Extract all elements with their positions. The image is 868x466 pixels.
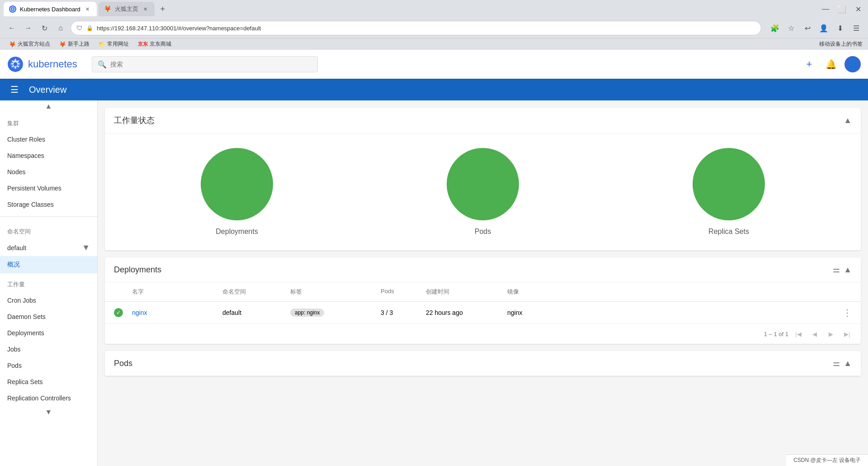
pagination-info: 1 – 1 of 1 (764, 331, 788, 338)
pods-circle-item: Pods (447, 148, 519, 236)
minimize-button[interactable]: — (819, 3, 832, 15)
csdn-bar-text: CSDN @皮卡—左 设备电子 (793, 456, 861, 464)
bookmark-common[interactable]: 📁 常用网址 (95, 39, 132, 49)
row-status-icon: ✓ (114, 308, 132, 317)
row-pods: 3 / 3 (381, 309, 426, 316)
bookmark-jd-icon: 京东 (138, 41, 148, 48)
deployments-collapse-button[interactable]: ▲ (844, 265, 852, 275)
row-image: nginx (507, 309, 598, 316)
nodes-label: Nodes (7, 168, 25, 176)
k8s-logo: kubernetes (7, 56, 77, 72)
replica-sets-circle (693, 148, 765, 220)
workload-section-header: 工作量 (0, 273, 97, 292)
bookmark-newuser[interactable]: 🦊 新手上路 (56, 39, 93, 49)
deployment-name-link[interactable]: nginx (132, 309, 147, 316)
sync-button[interactable]: ↩ (801, 22, 814, 34)
pods-collapse-button[interactable]: ▲ (844, 359, 852, 368)
sidebar-item-deployments[interactable]: Deployments (0, 325, 97, 341)
namespace-chevron-icon: ▼ (82, 243, 90, 252)
pods-card: Pods ⚌ ▲ (105, 351, 861, 376)
sidebar-item-jobs[interactable]: Jobs (0, 341, 97, 357)
user-avatar[interactable]: 👤 (844, 56, 861, 72)
app-header: kubernetes 🔍 + 🔔 👤 (0, 50, 868, 79)
bookmark-common-label: 常用网址 (107, 40, 129, 48)
cluster-section-header: 集群 (0, 112, 97, 131)
pagination-first-button[interactable]: |◀ (792, 328, 805, 340)
sidebar-item-namespaces[interactable]: Namespaces (0, 147, 97, 164)
namespace-selector[interactable]: default ▼ (0, 239, 97, 256)
forward-button[interactable]: → (22, 22, 34, 34)
bookmark-jd[interactable]: 京东 京东商城 (134, 39, 175, 49)
pagination-last-button[interactable]: ▶| (841, 328, 854, 340)
content-area: ▲ 集群 Cluster Roles Namespaces Nodes Pers… (0, 100, 868, 466)
row-namespace: default (222, 309, 290, 316)
download-button[interactable]: ⬇ (834, 22, 846, 34)
deployments-filter-button[interactable]: ⚌ (833, 265, 840, 275)
back-button[interactable]: ← (5, 22, 18, 34)
notifications-button[interactable]: 🔔 (823, 56, 839, 72)
search-bar[interactable]: 🔍 (92, 56, 318, 72)
pagination-prev-button[interactable]: ◀ (808, 328, 821, 340)
workload-collapse-button[interactable]: ▲ (844, 116, 852, 125)
sidebar-scroll-up[interactable]: ▲ (0, 100, 97, 112)
sidebar-item-persistent-volumes[interactable]: Persistent Volumes (0, 180, 97, 196)
address-text: https://192.168.247.110:30001/#/overview… (97, 25, 261, 32)
sidebar-item-storage-classes[interactable]: Storage Classes (0, 196, 97, 213)
status-ok-icon: ✓ (114, 308, 123, 317)
col-status (114, 288, 132, 296)
inactive-tab[interactable]: 🦊 火狐主页 ✕ (99, 2, 155, 16)
extensions-button[interactable]: 🧩 (769, 22, 781, 34)
active-tab[interactable]: Kubernetes Dashboard ✕ (4, 2, 97, 16)
sidebar-item-cron-jobs[interactable]: Cron Jobs (0, 292, 97, 309)
home-button[interactable]: ⌂ (54, 22, 67, 34)
sidebar-scroll-down[interactable]: ▼ (0, 406, 97, 418)
menu-button[interactable]: ☰ (850, 22, 863, 34)
avatar-icon: 👤 (847, 59, 859, 70)
col-namespace: 命名空间 (222, 288, 290, 296)
new-tab-button[interactable]: + (156, 3, 169, 15)
search-input[interactable] (110, 61, 312, 68)
address-bar[interactable]: 🛡 🔒 https://192.168.247.110:30001/#/over… (71, 21, 761, 35)
sidebar-item-cluster-roles[interactable]: Cluster Roles (0, 131, 97, 147)
deployments-card: Deployments ⚌ ▲ 名字 命名空间 标签 Pods 创建时间 镜像 (105, 257, 861, 344)
bookmark-button[interactable]: ☆ (785, 22, 797, 34)
bookmark-firefox-official[interactable]: 🦊 火狐官方站点 (5, 39, 54, 49)
hamburger-menu-button[interactable]: ☰ (7, 82, 22, 97)
cluster-roles-label: Cluster Roles (7, 136, 45, 143)
close-inactive-tab-button[interactable]: ✕ (142, 5, 149, 13)
close-active-tab-button[interactable]: ✕ (84, 5, 91, 13)
row-labels: app: nginx (290, 309, 381, 317)
deployments-card-header: Deployments ⚌ ▲ (105, 257, 861, 282)
sidebar-item-overview[interactable]: 概况 (0, 256, 97, 273)
close-window-button[interactable]: ✕ (852, 3, 864, 15)
sidebar-item-daemon-sets[interactable]: Daemon Sets (0, 309, 97, 325)
sidebar-item-nodes[interactable]: Nodes (0, 164, 97, 180)
cron-jobs-label: Cron Jobs (7, 297, 36, 304)
col-labels: 标签 (290, 288, 381, 296)
pods-filter-button[interactable]: ⚌ (833, 358, 840, 368)
refresh-button[interactable]: ↻ (38, 22, 51, 34)
page-title: Overview (29, 85, 66, 95)
col-created: 创建时间 (426, 288, 507, 296)
sidebar-item-pods[interactable]: Pods (0, 357, 97, 374)
workload-status-card: 工作量状态 ▲ Deployments Pods Replica Sets (105, 108, 861, 250)
bookmark-firefox-official-label: 火狐官方站点 (18, 40, 50, 48)
pods-card-header: Pods ⚌ ▲ (105, 351, 861, 376)
pods-circle-label: Pods (475, 228, 491, 236)
sidebar-item-replica-sets[interactable]: Replica Sets (0, 374, 97, 390)
sidebar-item-replication-controllers[interactable]: Replication Controllers (0, 390, 97, 406)
profile-button[interactable]: 👤 (817, 22, 830, 34)
bookmark-newuser-icon: 🦊 (59, 41, 66, 48)
replica-sets-circle-label: Replica Sets (708, 228, 749, 236)
header-actions: + 🔔 👤 (801, 56, 861, 72)
daemon-sets-label: Daemon Sets (7, 313, 46, 320)
add-resource-button[interactable]: + (801, 56, 817, 72)
blue-bar: ☰ Overview (0, 79, 868, 100)
label-badge: app: nginx (290, 309, 324, 317)
pagination-next-button[interactable]: ▶ (825, 328, 837, 340)
k8s-logo-text: kubernetes (28, 58, 77, 70)
maximize-button[interactable]: ⬜ (835, 3, 848, 15)
persistent-volumes-label: Persistent Volumes (7, 185, 61, 192)
row-more-button[interactable]: ⋮ (598, 307, 852, 318)
search-icon: 🔍 (98, 60, 107, 69)
